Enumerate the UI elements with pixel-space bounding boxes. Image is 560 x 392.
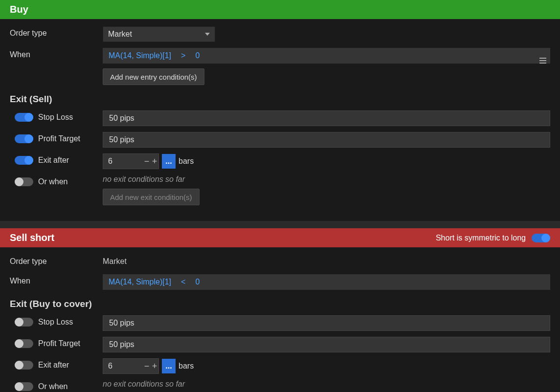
profit-target-label: Profit Target	[38, 134, 80, 143]
sell-profit-target-field[interactable]: 50 pips	[103, 337, 550, 352]
sell-order-type-value: Market	[103, 255, 550, 268]
sell-order-type-label: Order type	[10, 255, 103, 266]
sell-stop-loss-toggle[interactable]	[15, 318, 33, 327]
exit-after-label: Exit after	[38, 156, 69, 165]
exit-after-more-button[interactable]: ...	[162, 154, 176, 169]
condition-op: >	[181, 51, 185, 60]
when-label: When	[10, 48, 103, 59]
entry-condition-bar[interactable]: MA(14, Simple)[1] > 0	[103, 48, 550, 64]
or-when-toggle[interactable]	[15, 177, 33, 186]
condition-left: MA(14, Simple)[1]	[109, 51, 171, 60]
hamburger-icon	[539, 58, 546, 64]
sell-when-label: When	[10, 274, 103, 285]
plus-icon[interactable]: +	[151, 362, 158, 370]
no-exit-text: no exit conditions so far	[103, 175, 550, 184]
symmetric-label: Short is symmetric to long	[436, 234, 526, 242]
exit-after-toggle[interactable]	[15, 156, 33, 165]
stop-loss-field[interactable]: 50 pips	[103, 110, 550, 126]
sell-or-when-toggle[interactable]	[15, 382, 33, 391]
sell-exit-after-stepper[interactable]: 6 − +	[103, 358, 159, 374]
add-exit-condition-button[interactable]: Add new exit condition(s)	[103, 189, 200, 205]
sell-stop-loss-field[interactable]: 50 pips	[103, 315, 550, 331]
plus-icon[interactable]: +	[151, 157, 158, 166]
exit-after-unit: bars	[179, 157, 194, 166]
sell-stop-loss-label: Stop Loss	[38, 318, 73, 327]
minus-icon[interactable]: −	[143, 157, 151, 166]
order-type-select[interactable]: Market	[103, 26, 215, 42]
add-entry-condition-button[interactable]: Add new entry condition(s)	[103, 68, 204, 85]
symmetric-toggle[interactable]	[532, 234, 550, 242]
buy-panel: Buy Order type Market When MA(14, Simple…	[0, 0, 560, 221]
sell-exit-after-more-button[interactable]: ...	[162, 359, 176, 373]
sell-title: Sell short	[10, 232, 54, 243]
profit-target-toggle[interactable]	[15, 134, 33, 143]
condition-left: MA(14, Simple)[1]	[109, 278, 171, 286]
sell-exit-after-label: Exit after	[38, 361, 69, 370]
buy-header: Buy	[0, 0, 560, 19]
sell-header: Sell short Short is symmetric to long	[0, 228, 560, 247]
chevron-down-icon	[205, 33, 210, 36]
exit-after-stepper[interactable]: 6 − +	[103, 153, 159, 169]
sell-or-when-label: Or when	[38, 382, 67, 391]
minus-icon[interactable]: −	[143, 362, 151, 370]
sell-exit-after-toggle[interactable]	[15, 361, 33, 370]
sell-short-panel: Sell short Short is symmetric to long Or…	[0, 228, 560, 392]
condition-right: 0	[195, 51, 200, 60]
stop-loss-label: Stop Loss	[38, 113, 73, 122]
condition-right: 0	[195, 278, 200, 286]
condition-menu-icon[interactable]	[539, 52, 546, 64]
condition-op: <	[181, 278, 185, 286]
stop-loss-toggle[interactable]	[15, 113, 33, 122]
sell-profit-target-label: Profit Target	[38, 339, 80, 348]
exit-cover-title: Exit (Buy to cover)	[10, 299, 550, 309]
buy-title: Buy	[10, 4, 28, 15]
sell-entry-condition-bar[interactable]: MA(14, Simple)[1] < 0	[103, 274, 550, 290]
exit-sell-title: Exit (Sell)	[10, 94, 550, 105]
sell-exit-after-unit: bars	[179, 362, 194, 370]
or-when-label: Or when	[38, 177, 67, 186]
sell-profit-target-toggle[interactable]	[15, 339, 33, 348]
order-type-label: Order type	[10, 26, 103, 38]
profit-target-field[interactable]: 50 pips	[103, 132, 550, 148]
sell-no-exit-text: no exit conditions so far	[103, 380, 550, 389]
